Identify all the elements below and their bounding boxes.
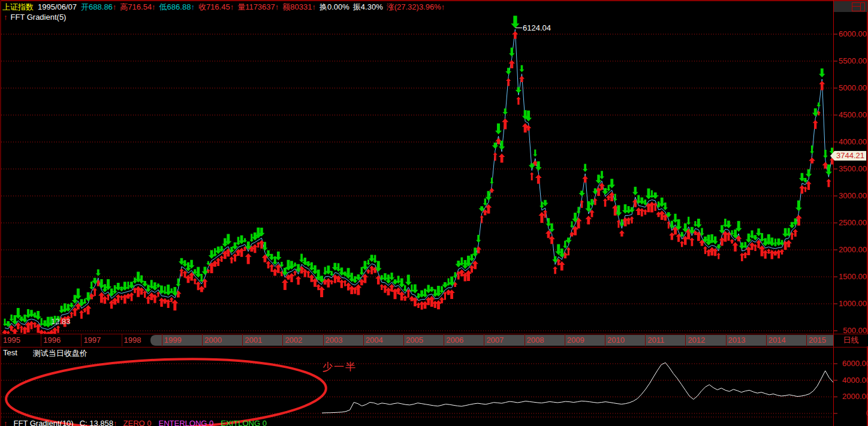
year-separator xyxy=(363,334,364,346)
year-separator xyxy=(403,334,404,346)
year-separator xyxy=(766,334,767,346)
peak-value-label: 6124.04 xyxy=(523,23,551,32)
quote-field: 高716.54↑ xyxy=(120,2,155,13)
year-label: 2012 xyxy=(688,336,705,345)
year-label: 1995 xyxy=(3,336,20,345)
sub-axis-label: 2000.00 xyxy=(837,392,868,401)
year-separator xyxy=(484,334,484,346)
quote-field: 换0.00% xyxy=(320,2,349,13)
year-separator xyxy=(242,334,243,346)
timeline-subpanel-divider xyxy=(0,347,868,348)
year-separator xyxy=(685,334,686,346)
window-left-border xyxy=(0,0,1,426)
year-separator xyxy=(202,334,203,346)
year-separator xyxy=(565,334,565,346)
chart-canvas[interactable] xyxy=(0,0,868,426)
year-label: 2004 xyxy=(366,336,383,345)
up-arrow-icon: ↑ xyxy=(4,13,8,22)
year-separator xyxy=(645,334,646,346)
year-separator xyxy=(726,334,727,346)
sub-axis-label: 0 xyxy=(837,409,868,418)
status-item: ZERO 0 xyxy=(123,419,152,426)
year-separator xyxy=(282,334,283,346)
charting-app-window: 上证指数 1995/06/07 开688.86↑高716.54↑低686.88↑… xyxy=(0,0,868,426)
quote-field: 开688.86↑ xyxy=(81,2,116,13)
subpanel-title[interactable]: Test xyxy=(3,348,17,359)
year-separator xyxy=(323,334,324,346)
status-bar: ↑ FFT Gradient(10) C: 13.858↑ ZERO 0ENTE… xyxy=(4,419,267,426)
price-axis-label: 4000.00 xyxy=(834,137,867,146)
price-axis-label: 1000.00 xyxy=(834,299,867,308)
year-label: 2011 xyxy=(647,336,664,345)
year-label: 1999 xyxy=(164,336,182,345)
price-axis-label: 3000.00 xyxy=(834,191,867,200)
quote-bar: 上证指数 1995/06/07 开688.86↑高716.54↑低686.88↑… xyxy=(2,2,445,12)
year-label: 2015 xyxy=(809,336,826,345)
last-price-tag: 3744.21 xyxy=(834,151,866,161)
year-separator xyxy=(1,334,1,346)
quote-field: 低686.88↑ xyxy=(159,2,195,13)
quote-field: 涨(27.32)3.96%↑ xyxy=(387,2,445,13)
price-axis-label: 500.00 xyxy=(834,326,867,335)
price-axis-label: 5500.00 xyxy=(834,56,867,65)
subpanel-header: Test 测试当日收盘价 xyxy=(3,348,88,359)
year-separator xyxy=(525,334,525,346)
sub-axis-label: 4000.00 xyxy=(837,376,868,385)
split-window-icon[interactable] xyxy=(852,2,865,11)
up-arrow-icon: ↑ xyxy=(4,419,8,426)
year-label: 2005 xyxy=(406,336,423,345)
main-indicator-row: ↑ FFT Gradient(5) xyxy=(4,13,66,22)
price-axis-label: 2500.00 xyxy=(834,218,867,227)
year-separator xyxy=(41,334,41,346)
year-separator xyxy=(444,334,444,346)
price-axis-label: 2000.00 xyxy=(834,245,867,254)
min-value-label: 12.83 xyxy=(51,317,71,326)
year-separator xyxy=(122,334,122,346)
year-label: 2001 xyxy=(245,336,262,345)
year-label: 2003 xyxy=(326,336,343,345)
quote-fields: 开688.86↑高716.54↑低686.88↑收716.45↑量1173637… xyxy=(81,2,445,13)
year-label: 1997 xyxy=(83,336,101,345)
axis-divider xyxy=(833,0,834,426)
price-axis-label: 5000.00 xyxy=(834,83,867,92)
year-label: 2002 xyxy=(285,336,302,345)
year-label: 1998 xyxy=(124,336,141,345)
status-items: ZERO 0ENTERLONG 0EXITLONG 0 xyxy=(123,419,267,426)
year-label: 2013 xyxy=(728,336,746,345)
status-c-value: C: 13.858↑ xyxy=(80,419,117,426)
year-label: 2010 xyxy=(607,336,625,345)
quote-field: 额80331↑ xyxy=(282,2,316,13)
year-label: 2006 xyxy=(446,336,463,345)
quote-field: 振4.30% xyxy=(353,2,383,13)
price-axis-label: 4500.00 xyxy=(834,110,867,119)
year-label: 2014 xyxy=(768,336,786,345)
price-axis-label: 3500.00 xyxy=(834,164,867,173)
price-axis-label: 1500.00 xyxy=(834,272,867,281)
price-axis-label: 6000.00 xyxy=(834,29,867,38)
year-label: 1996 xyxy=(43,336,61,345)
quote-date: 1995/06/07 xyxy=(38,2,77,11)
year-separator xyxy=(81,334,82,346)
peak-callout-line xyxy=(516,28,522,28)
symbol-name[interactable]: 上证指数 xyxy=(2,2,34,13)
quote-field: 量1173637↑ xyxy=(237,2,279,13)
handwritten-annotation: 少一半 xyxy=(323,360,357,374)
timeline-bar[interactable]: 1995199619971998199920002001200220032004… xyxy=(0,334,833,346)
main-indicator-label[interactable]: FFT Gradient(5) xyxy=(11,13,67,22)
period-selector[interactable]: 日线 xyxy=(834,334,868,346)
year-label: 2000 xyxy=(204,336,222,345)
status-item: ENTERLONG 0 xyxy=(159,419,214,426)
sub-axis-label: 6000.00 xyxy=(837,359,868,368)
year-separator xyxy=(806,334,807,346)
year-separator xyxy=(162,334,162,346)
quote-field: 收716.45↑ xyxy=(198,2,234,13)
year-label: 2008 xyxy=(527,336,544,345)
year-separator xyxy=(605,334,605,346)
status-indicator-label[interactable]: FFT Gradient(10) xyxy=(14,419,74,426)
year-label: 2007 xyxy=(486,336,504,345)
status-item: EXITLONG 0 xyxy=(221,419,267,426)
subpanel-subtitle: 测试当日收盘价 xyxy=(33,348,88,359)
year-label: 2009 xyxy=(567,336,584,345)
